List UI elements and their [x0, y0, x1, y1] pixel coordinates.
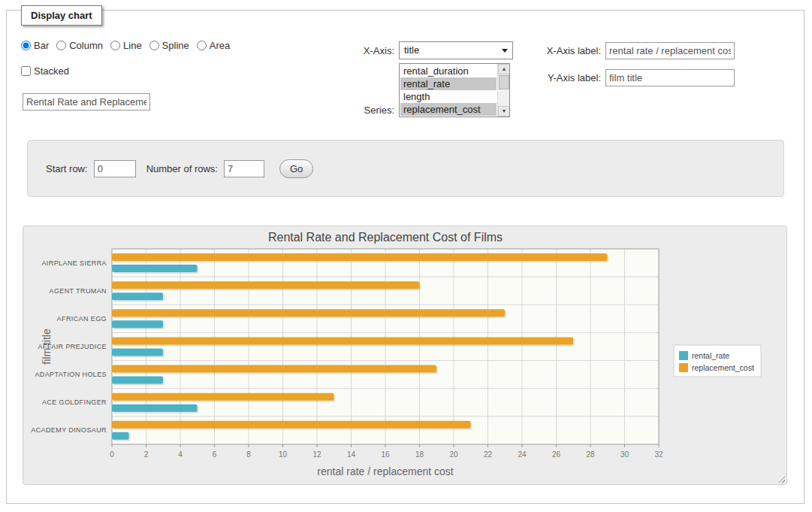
- radio-label-area: Area: [210, 40, 230, 51]
- svg-text:16: 16: [381, 450, 390, 459]
- radio-option-area[interactable]: Area: [197, 40, 230, 51]
- radio-option-line[interactable]: Line: [110, 40, 142, 51]
- chart-type-radios: Bar Column Line Spline Area: [21, 40, 237, 51]
- bar-chart: 02468101214161820222426283032AIRPLANE SI…: [23, 226, 786, 484]
- svg-text:ACE GOLDFINGER: ACE GOLDFINGER: [42, 398, 107, 406]
- svg-text:AFRICAN EGG: AFRICAN EGG: [57, 315, 107, 323]
- series-option-length[interactable]: length: [400, 90, 497, 103]
- scroll-down-icon[interactable]: ▼: [498, 106, 510, 117]
- svg-text:24: 24: [518, 450, 527, 459]
- xaxis-label-label: X-Axis label:: [515, 45, 601, 56]
- row-range-panel: Start row: Number of rows: Go: [27, 140, 784, 197]
- svg-text:10: 10: [279, 450, 288, 459]
- series-label: Series:: [315, 105, 394, 116]
- radio-option-spline[interactable]: Spline: [149, 40, 189, 51]
- svg-text:22: 22: [484, 450, 493, 459]
- radio-option-column[interactable]: Column: [56, 40, 103, 51]
- svg-text:18: 18: [415, 450, 424, 459]
- svg-text:ACADEMY DINOSAUR: ACADEMY DINOSAUR: [31, 426, 107, 434]
- chevron-down-icon: [502, 49, 508, 53]
- svg-text:32: 32: [654, 450, 663, 459]
- page: Display chart Bar Column Line Spline Are…: [0, 0, 812, 512]
- series-option-rental_rate[interactable]: rental_rate: [400, 77, 497, 90]
- svg-text:film title: film title: [41, 329, 53, 365]
- series-option-replacement_cost[interactable]: replacement_cost: [400, 103, 497, 116]
- svg-text:26: 26: [552, 450, 561, 459]
- scrollbar-thumb[interactable]: [499, 75, 509, 89]
- svg-text:AGENT TRUMAN: AGENT TRUMAN: [50, 287, 107, 295]
- xaxis-select-value: title: [404, 44, 419, 56]
- series-multiselect[interactable]: rental_durationrental_ratelengthreplacem…: [399, 63, 510, 117]
- svg-text:28: 28: [586, 450, 595, 459]
- radio-label-bar: Bar: [34, 40, 49, 51]
- start-row-label: Start row:: [46, 163, 88, 174]
- xaxis-label: X-Axis:: [315, 45, 394, 56]
- svg-text:6: 6: [213, 450, 217, 459]
- series-scrollbar[interactable]: ▲ ▼: [497, 64, 509, 117]
- go-button[interactable]: Go: [279, 159, 313, 178]
- fieldset-legend: Display chart: [21, 5, 102, 26]
- scroll-up-icon[interactable]: ▲: [498, 64, 510, 74]
- svg-text:ADAPTATION HOLES: ADAPTATION HOLES: [35, 371, 107, 378]
- num-rows-input[interactable]: [224, 160, 264, 177]
- radio-option-bar[interactable]: Bar: [21, 40, 49, 51]
- yaxis-label-input[interactable]: [605, 69, 735, 86]
- xaxis-label-input[interactable]: [605, 42, 735, 59]
- series-option-rental_duration[interactable]: rental_duration: [400, 65, 497, 77]
- xaxis-select[interactable]: title: [399, 41, 513, 59]
- chart-container: 02468101214161820222426283032AIRPLANE SI…: [23, 226, 787, 485]
- svg-text:30: 30: [620, 450, 629, 459]
- radio-label-spline: Spline: [162, 40, 189, 51]
- svg-text:20: 20: [449, 450, 458, 459]
- yaxis-label-label: Y-Axis label:: [515, 72, 601, 83]
- svg-text:AIRPLANE SIERRA: AIRPLANE SIERRA: [41, 259, 107, 267]
- svg-text:4: 4: [178, 450, 183, 459]
- radio-spline[interactable]: [149, 41, 159, 50]
- svg-text:rental_rate: rental_rate: [692, 351, 729, 360]
- svg-text:2: 2: [144, 450, 149, 459]
- svg-text:rental rate / replacement cost: rental rate / replacement cost: [317, 465, 453, 477]
- series-options-list: rental_durationrental_ratelengthreplacem…: [400, 65, 497, 116]
- radio-area[interactable]: [197, 41, 207, 50]
- svg-text:0: 0: [110, 450, 114, 459]
- svg-text:14: 14: [347, 450, 356, 459]
- stacked-checkbox[interactable]: [21, 66, 31, 76]
- radio-line[interactable]: [110, 41, 120, 50]
- svg-text:Rental Rate and Replacement Co: Rental Rate and Replacement Cost of Film…: [268, 231, 503, 244]
- num-rows-label: Number of rows:: [146, 163, 218, 174]
- radio-column[interactable]: [56, 41, 66, 50]
- svg-text:replacement_cost: replacement_cost: [692, 363, 754, 372]
- radio-label-column: Column: [69, 40, 103, 51]
- stacked-row: Stacked: [21, 65, 69, 77]
- start-row-input[interactable]: [94, 160, 136, 177]
- svg-text:8: 8: [246, 450, 251, 459]
- stacked-label: Stacked: [34, 65, 69, 77]
- radio-label-line: Line: [123, 40, 142, 51]
- chart-title-input[interactable]: [23, 93, 150, 111]
- svg-text:12: 12: [312, 450, 321, 459]
- radio-bar[interactable]: [21, 41, 31, 50]
